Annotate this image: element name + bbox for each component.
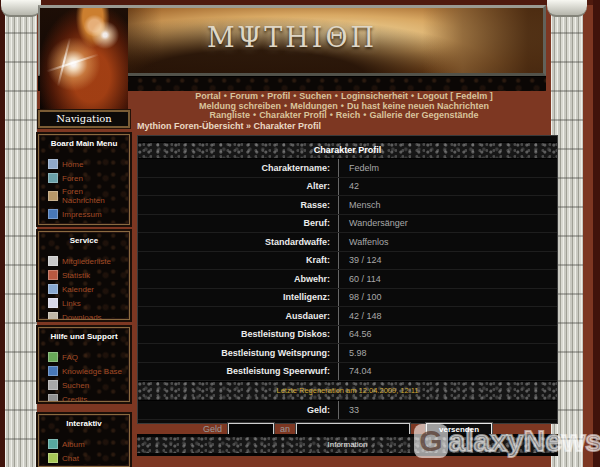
sidebar-item-label: Links: [62, 299, 81, 308]
sidebar-item-label: Knowledge Base: [62, 367, 122, 376]
row-label: Charaktername:: [138, 159, 339, 177]
statistics-icon: [48, 270, 58, 280]
row-label: Beruf:: [138, 215, 339, 233]
nav-separator: •: [224, 91, 227, 101]
row-label: Abwehr:: [138, 270, 339, 288]
sidebar-item-faq[interactable]: FAQ: [39, 350, 129, 364]
sidebar-item-label: Foren: [62, 174, 83, 183]
nav-link-portal[interactable]: Portal: [195, 91, 221, 101]
search-icon: [48, 380, 58, 390]
sidebar-item-credits[interactable]: Credits: [39, 392, 129, 402]
chat-icon: [48, 453, 58, 463]
nav-separator: •: [293, 91, 296, 101]
row-value: Fedelm: [339, 163, 379, 173]
sidebar-item-label: Credits: [62, 395, 87, 403]
sidebar-item-label: FAQ: [62, 353, 78, 362]
profile-row: Intelligenz:98 / 100: [138, 289, 557, 308]
sidebar-item-label: Mitgliederliste: [62, 257, 111, 266]
regeneration-status-bar: Letzte Regeneration am 12.04.2009, 12:11: [138, 381, 557, 401]
nav-line-1: Portal•Forum•Profil•Suchen•Loginsicherhe…: [130, 92, 558, 102]
forum-icon: [48, 173, 58, 183]
row-label: Bestleistung Weitsprung:: [138, 344, 339, 362]
warrior-artwork: [40, 8, 128, 112]
sidebar-item-album[interactable]: Album: [39, 437, 129, 451]
nav-link-meldung-schreiben[interactable]: Meldung schreiben: [199, 101, 281, 111]
row-label: Bestleistung Speerwurf:: [138, 363, 339, 381]
panel-title: Charakter Profil: [138, 142, 557, 159]
nav-link-reich[interactable]: Reich: [336, 110, 361, 120]
sidebar-item-home[interactable]: Home: [39, 157, 129, 171]
nav-separator: •: [363, 110, 366, 120]
sidebar-section-board-main-menu: Board Main Menu Home Foren Foren Nachric…: [38, 134, 130, 225]
sidebar-item-chat[interactable]: Chat: [39, 451, 129, 465]
nav-separator: •: [411, 91, 414, 101]
section-title: Interaktiv: [39, 419, 129, 428]
nav-separator: •: [284, 101, 287, 111]
sidebar-item-foren[interactable]: Foren: [39, 171, 129, 185]
nav-link-logout[interactable]: Logout [ Fedelm ]: [417, 91, 493, 101]
sidebar-item-mitgliederliste[interactable]: Mitgliederliste: [39, 254, 129, 268]
section-title: Service: [39, 236, 129, 245]
row-label: Intelligenz:: [138, 289, 339, 307]
nav-link-profil[interactable]: Profil: [267, 91, 290, 101]
sidebar-item-downloads[interactable]: Downloads: [39, 310, 129, 320]
row-label: Kraft:: [138, 252, 339, 270]
row-value: 60 / 114: [339, 274, 381, 284]
page: MΨTHIΘΠ Portal•Forum•Profil•Suchen•Login…: [0, 0, 600, 467]
profile-row: Alter:42: [138, 178, 557, 197]
profile-row: Abwehr:60 / 114: [138, 270, 557, 289]
sidebar-item-label: Impressum: [62, 210, 102, 219]
sidebar-item-label: Kalender: [62, 285, 94, 294]
profile-row: Ausdauer:42 / 148: [138, 307, 557, 326]
row-value: 5.98: [339, 348, 367, 358]
sidebar-item-impressum[interactable]: Impressum: [39, 207, 129, 221]
an-form-label: an: [280, 424, 290, 434]
sidebar-item-suchen[interactable]: Suchen: [39, 378, 129, 392]
sidebar-item-label: Suchen: [62, 381, 89, 390]
nav-link-forum[interactable]: Forum: [230, 91, 258, 101]
credits-icon: [48, 394, 58, 402]
nav-separator: •: [341, 101, 344, 111]
row-label: Bestleistung Diskos:: [138, 326, 339, 344]
sidebar-item-kalender[interactable]: Kalender: [39, 282, 129, 296]
top-navigation: Portal•Forum•Profil•Suchen•Loginsicherhe…: [130, 92, 558, 121]
watermark-text: alaxyNews: [449, 424, 600, 457]
profile-row: Standardwaffe:Waffenlos: [138, 233, 557, 252]
sidebar-item-label: Album: [62, 440, 85, 449]
right-edge-strip: [593, 0, 600, 467]
row-value: 98 / 100: [339, 292, 382, 302]
links-icon: [48, 298, 58, 308]
nav-link-loginsicherheit[interactable]: Loginsicherheit: [341, 91, 408, 101]
sidebar-item-label: Foren Nachrichten: [62, 187, 127, 205]
galaxynews-watermark: GalaxyNews: [414, 424, 600, 458]
nav-link-meldungen[interactable]: Meldungen: [290, 101, 338, 111]
profile-row: Kraft:39 / 124: [138, 252, 557, 271]
profile-row: Bestleistung Diskos:64.56: [138, 326, 557, 345]
nav-link-gallerie[interactable]: Gallerie der Gegenstände: [369, 110, 478, 120]
profile-row: Bestleistung Weitsprung:5.98: [138, 344, 557, 363]
row-value: Mensch: [339, 200, 381, 210]
row-value: 42 / 148: [339, 311, 382, 321]
section-title: Board Main Menu: [39, 139, 129, 148]
sidebar-item-foren-nachrichten[interactable]: Foren Nachrichten: [39, 185, 129, 207]
geld-form-label: Geld: [203, 424, 222, 434]
row-label: Geld:: [138, 401, 339, 419]
nav-link-rangliste[interactable]: Rangliste: [209, 110, 250, 120]
watermark-g-logo: G: [414, 424, 447, 458]
row-value: Wandersänger: [339, 218, 408, 228]
left-pillar-decoration: [5, 0, 37, 467]
row-label: Alter:: [138, 178, 339, 196]
nav-separator: •: [330, 110, 333, 120]
sidebar-item-statistik[interactable]: Statistik: [39, 268, 129, 282]
row-value: 39 / 124: [339, 255, 382, 265]
sidebar-item-label: Home: [62, 160, 83, 169]
section-title: Hilfe und Support: [39, 332, 129, 341]
nav-link-suchen[interactable]: Suchen: [299, 91, 332, 101]
sidebar-item-links[interactable]: Links: [39, 296, 129, 310]
sidebar-item-knowledge-base[interactable]: Knowledge Base: [39, 364, 129, 378]
nav-link-charakter-profil[interactable]: Charakter Profil: [259, 110, 327, 120]
members-icon: [48, 256, 58, 266]
nav-link-nachrichten-status[interactable]: Du hast keine neuen Nachrichten: [347, 101, 489, 111]
row-value: 64.56: [339, 329, 372, 339]
nav-separator: •: [253, 110, 256, 120]
